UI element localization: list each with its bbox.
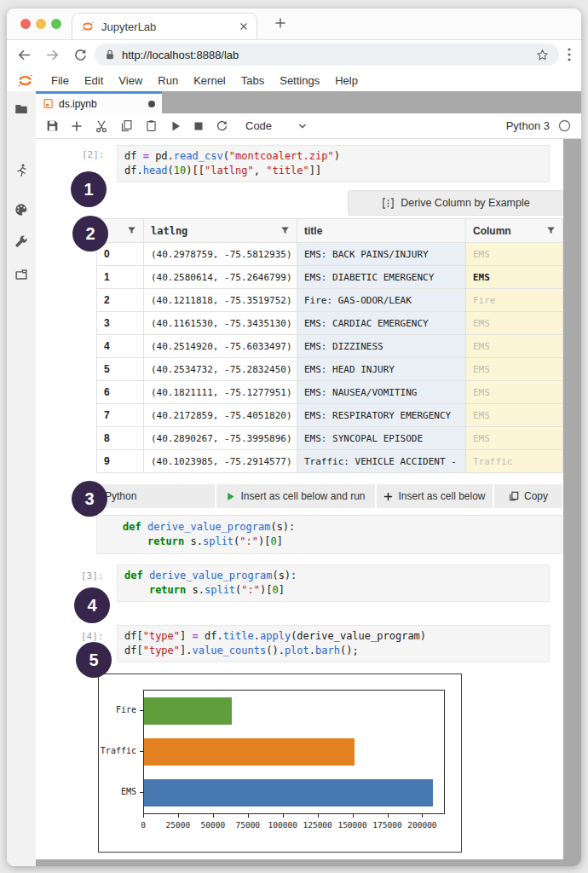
cell2-prompt: [2]: — [82, 149, 105, 160]
menu-settings[interactable]: Settings — [272, 74, 327, 87]
derived-column-cell[interactable]: EMS — [466, 243, 563, 266]
derived-column-cell[interactable]: EMS — [466, 358, 563, 381]
xtick-label: 25000 — [166, 820, 191, 830]
snippet-code-preview: def derive_value_program(s): return s.sp… — [96, 515, 562, 554]
copy-snippet-button[interactable]: Copy — [494, 484, 562, 508]
forward-icon[interactable] — [45, 48, 60, 62]
derived-column-cell[interactable]: Traffic — [466, 450, 563, 473]
snippet-language-label: Python — [96, 484, 215, 508]
table-row: 9(40.1023985, -75.2914577)Traffic: VEHIC… — [97, 450, 563, 473]
kernel-status-icon[interactable] — [558, 119, 571, 132]
xtick-mark — [178, 814, 179, 818]
annotation-badge-1: 1 — [71, 171, 107, 207]
ytick-label: Traffic — [99, 746, 136, 755]
notebook-doc-tab[interactable]: ds.ipynb — [36, 91, 162, 113]
notebook-content: [2]: df = pd.read_csv("montcoalert.zip")… — [36, 139, 563, 859]
filter-icon[interactable] — [546, 226, 556, 235]
window-minimize-button[interactable] — [36, 19, 46, 29]
annotation-badge-2: 2 — [72, 216, 108, 251]
title-cell: Fire: GAS-ODOR/LEAK — [297, 289, 466, 312]
browser-tab[interactable]: JupyterLab — [72, 13, 257, 39]
jupyterlab-menubar: File Edit View Run Kernel Tabs Settings … — [7, 69, 581, 93]
window-close-button[interactable] — [20, 19, 31, 29]
filter-icon[interactable] — [280, 226, 290, 235]
ytick-mark — [140, 710, 143, 711]
notebook-panel: ds.ipynb — [36, 91, 581, 866]
run-cell-icon[interactable] — [170, 120, 182, 132]
derived-column-cell[interactable]: EMS — [466, 381, 563, 404]
derived-column-cell[interactable]: EMS — [466, 335, 563, 358]
xtick-mark — [388, 814, 389, 818]
property-inspector-wrench-icon[interactable] — [14, 234, 29, 250]
latlng-cell: (40.2172859, -75.4051820) — [144, 404, 297, 427]
derived-column-cell[interactable]: Fire — [466, 289, 563, 312]
latlng-cell: (40.2514920, -75.6033497) — [144, 335, 297, 358]
copy-icon — [509, 491, 519, 501]
running-kernels-icon[interactable] — [14, 163, 28, 178]
bar-traffic — [144, 738, 355, 766]
cut-cells-icon[interactable] — [95, 119, 108, 133]
menu-edit[interactable]: Edit — [77, 74, 111, 87]
kernel-name-label[interactable]: Python 3 — [506, 119, 550, 132]
ytick-label: Fire — [99, 705, 136, 714]
bar-ems — [144, 779, 433, 807]
cell2-code-editor[interactable]: df = pd.read_csv("montcoalert.zip")df.he… — [117, 145, 550, 182]
browser-address-row: http://localhost:8888/lab — [7, 40, 581, 69]
window-zoom-button[interactable] — [51, 19, 61, 29]
latlng-cell: (40.2580614, -75.2646799) — [144, 266, 297, 289]
chevron-down-icon[interactable] — [297, 121, 308, 131]
file-browser-icon[interactable] — [14, 101, 29, 117]
latlng-cell: (40.2978759, -75.5812935) — [144, 243, 297, 266]
bookmark-star-icon[interactable] — [536, 49, 549, 61]
menu-kernel[interactable]: Kernel — [186, 74, 233, 87]
url-text[interactable]: http://localhost:8888/lab — [122, 49, 529, 61]
open-tabs-icon[interactable] — [14, 267, 29, 282]
derived-column-cell[interactable]: EMS — [466, 266, 563, 289]
derived-column-cell[interactable]: EMS — [466, 404, 563, 427]
cell4-code-editor[interactable]: df["type"] = df.title.apply(derive_value… — [117, 625, 550, 662]
insert-and-run-button[interactable]: Insert as cell below and run — [216, 484, 375, 508]
xtick-label: 0 — [141, 820, 146, 830]
restart-kernel-icon[interactable] — [216, 119, 228, 132]
title-header: title — [304, 225, 458, 237]
browser-window: JupyterLab http://localhost:8888/lab — [7, 9, 581, 866]
tab-close-icon[interactable] — [239, 22, 248, 31]
new-tab-button[interactable] — [274, 17, 286, 32]
menu-help[interactable]: Help — [327, 74, 366, 87]
row-index-cell: 1 — [97, 266, 144, 289]
cell-type-select[interactable]: Code — [245, 119, 272, 132]
derived-column-cell[interactable]: EMS — [466, 312, 563, 335]
table-row: 4(40.2514920, -75.6033497)EMS: DIZZINESS… — [97, 335, 563, 358]
save-icon[interactable] — [46, 119, 59, 132]
interrupt-kernel-icon[interactable] — [193, 121, 204, 131]
insert-below-button[interactable]: Insert as cell below — [377, 484, 493, 508]
derive-column-label: Derive Column by Example — [401, 197, 529, 209]
menu-run[interactable]: Run — [150, 74, 186, 87]
latlng-cell: (40.1161530, -75.3435130) — [144, 312, 297, 335]
screenshot-stage: JupyterLab http://localhost:8888/lab — [0, 0, 588, 873]
jupyter-logo-icon — [17, 72, 33, 89]
latlng-cell: (40.2534732, -75.2832450) — [144, 358, 297, 381]
paste-cells-icon[interactable] — [145, 119, 158, 132]
reload-icon[interactable] — [73, 48, 88, 62]
back-icon[interactable] — [17, 48, 32, 62]
menu-view[interactable]: View — [111, 74, 150, 87]
cell4-prompt: [4]: — [81, 631, 104, 642]
add-cell-icon[interactable] — [71, 120, 83, 132]
derived-column-cell[interactable]: EMS — [466, 427, 563, 450]
table-row: 5(40.2534732, -75.2832450)EMS: HEAD INJU… — [97, 358, 563, 381]
browser-menu-kebab-icon[interactable] — [568, 48, 571, 61]
command-palette-icon[interactable] — [14, 202, 29, 217]
xtick-mark — [213, 814, 214, 818]
address-bar[interactable]: http://localhost:8888/lab — [95, 43, 559, 66]
xtick-mark — [143, 814, 144, 818]
chart-axes — [143, 690, 445, 814]
derive-column-button[interactable]: Derive Column by Example — [348, 190, 563, 216]
cell3-code-editor[interactable]: def derive_value_program(s): return s.sp… — [117, 564, 550, 602]
copy-cells-icon[interactable] — [120, 119, 133, 132]
filter-icon[interactable] — [127, 226, 136, 235]
menu-file[interactable]: File — [43, 74, 77, 87]
unsaved-dot-icon[interactable] — [148, 101, 155, 107]
menu-tabs[interactable]: Tabs — [233, 74, 272, 87]
latlng-cell: (40.2890267, -75.3995896) — [144, 427, 297, 450]
